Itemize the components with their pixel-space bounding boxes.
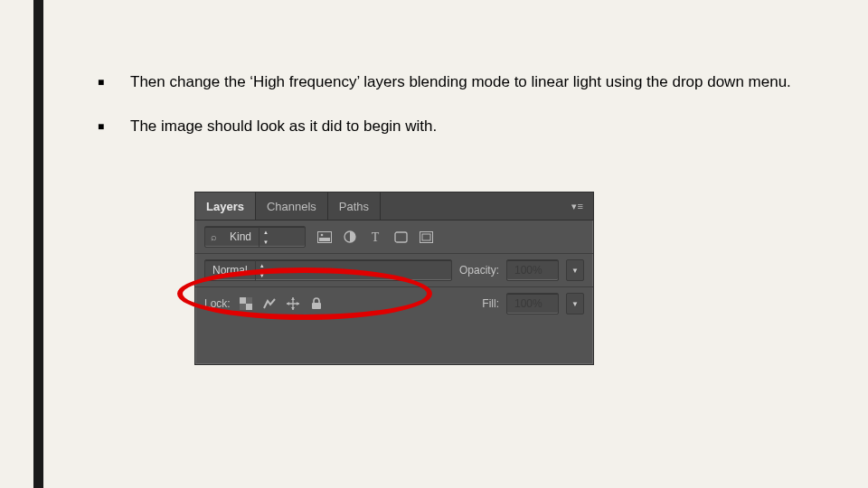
svg-rect-8 <box>240 297 246 304</box>
svg-rect-11 <box>240 304 246 310</box>
lock-row: Lock: Fill: 100% ▼ <box>195 287 593 320</box>
svg-rect-1 <box>319 238 330 241</box>
layers-panel-screenshot: Layers Channels Paths ▾≡ ⌕ Kind ▲▼ T <box>194 192 592 363</box>
svg-rect-10 <box>246 297 252 304</box>
fill-label: Fill: <box>482 297 499 310</box>
opacity-value: 100% <box>507 264 550 277</box>
lock-transparency-icon[interactable] <box>238 296 254 311</box>
pixel-layer-filter-icon[interactable] <box>316 230 333 244</box>
opacity-dropdown-icon[interactable]: ▼ <box>566 259 584 281</box>
bullet-list: Then change the ‘High frequency’ layers … <box>98 72 805 137</box>
tab-paths[interactable]: Paths <box>328 192 381 220</box>
fill-value: 100% <box>507 297 550 310</box>
adjustment-layer-filter-icon[interactable] <box>342 230 358 244</box>
stepper-icon: ▲▼ <box>255 260 269 280</box>
filter-icons: T <box>316 230 434 244</box>
slide-accent-bar <box>33 0 43 488</box>
bullet-item: The image should look as it did to begin… <box>98 117 805 137</box>
bullet-item: Then change the ‘High frequency’ layers … <box>98 72 805 93</box>
opacity-label: Opacity: <box>459 264 499 277</box>
tab-layers[interactable]: Layers <box>195 192 256 220</box>
fill-field[interactable]: 100% <box>506 293 559 314</box>
blend-mode-value: Normal <box>205 264 255 277</box>
smart-object-filter-icon[interactable] <box>418 230 434 244</box>
panel-menu-icon[interactable]: ▾≡ <box>562 201 593 212</box>
search-icon: ⌕ <box>205 231 222 242</box>
stepper-icon: ▲▼ <box>259 227 272 247</box>
svg-rect-12 <box>312 303 321 309</box>
lock-all-icon[interactable] <box>308 296 325 311</box>
filter-kind-dropdown[interactable]: ⌕ Kind ▲▼ <box>204 226 306 248</box>
type-layer-filter-icon[interactable]: T <box>367 230 383 244</box>
blend-mode-dropdown[interactable]: Normal ▲▼ <box>204 259 452 281</box>
layers-panel: Layers Channels Paths ▾≡ ⌕ Kind ▲▼ T <box>194 192 594 365</box>
lock-position-icon[interactable] <box>285 296 301 311</box>
slide-content: Then change the ‘High frequency’ layers … <box>98 72 805 161</box>
lock-label: Lock: <box>204 297 231 310</box>
svg-text:T: T <box>372 230 380 243</box>
opacity-field[interactable]: 100% <box>506 259 559 281</box>
lock-pixels-icon[interactable] <box>261 296 278 311</box>
svg-point-2 <box>321 233 324 236</box>
fill-dropdown-icon[interactable]: ▼ <box>566 293 584 314</box>
svg-rect-7 <box>422 234 430 240</box>
svg-rect-9 <box>246 304 252 310</box>
blend-mode-row: Normal ▲▼ Opacity: 100% ▼ <box>195 254 593 287</box>
svg-rect-5 <box>395 232 407 242</box>
tab-channels[interactable]: Channels <box>256 192 328 220</box>
layer-filter-row: ⌕ Kind ▲▼ T <box>195 221 593 254</box>
filter-kind-value: Kind <box>222 230 259 243</box>
panel-tabs: Layers Channels Paths ▾≡ <box>195 192 593 221</box>
shape-layer-filter-icon[interactable] <box>392 230 409 244</box>
